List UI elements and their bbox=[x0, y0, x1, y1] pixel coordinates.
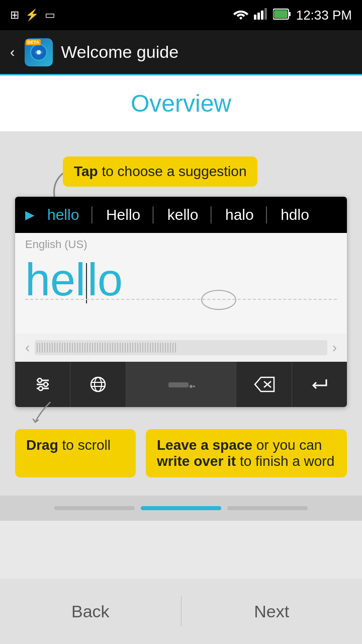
svg-point-15 bbox=[39, 386, 43, 390]
enter-btn[interactable] bbox=[292, 362, 347, 407]
main-content: Tap to choose a suggestion ▶ hello │ Hel… bbox=[0, 131, 362, 496]
suggestion-hello[interactable]: hello bbox=[38, 197, 88, 233]
suggestion-hdlo[interactable]: hdlo bbox=[272, 197, 318, 233]
writing-text-display: hello bbox=[25, 255, 123, 305]
overview-title: Overview bbox=[131, 90, 231, 117]
svg-rect-3 bbox=[261, 11, 263, 20]
signal-icon bbox=[254, 8, 268, 23]
callout-space-bold2: write over it bbox=[157, 453, 236, 469]
drag-arrow-icon bbox=[30, 402, 70, 427]
next-button[interactable]: Next bbox=[182, 579, 363, 644]
delete-btn[interactable] bbox=[236, 362, 292, 407]
keyboard-widget: ▶ hello │ Hello │ kello │ halo │ hdlo En… bbox=[15, 197, 347, 407]
battery-icon bbox=[273, 8, 291, 23]
svg-point-11 bbox=[38, 378, 42, 382]
space-btn[interactable] bbox=[126, 362, 237, 407]
settings-icon bbox=[34, 375, 52, 393]
suggestion-halo[interactable]: halo bbox=[216, 197, 263, 233]
beta-badge: BETA bbox=[26, 39, 41, 45]
svg-rect-6 bbox=[289, 12, 291, 16]
phone-icon: ▭ bbox=[45, 9, 55, 22]
backspace-icon bbox=[253, 376, 275, 392]
bottom-callouts: Drag to scroll Leave a space or you can … bbox=[15, 429, 347, 477]
back-chevron-icon[interactable]: ‹ bbox=[10, 44, 15, 60]
lightning-icon: ⚡ bbox=[25, 9, 39, 22]
callout-space-rest2: to finish a word bbox=[236, 453, 334, 469]
space-circle-annotation bbox=[201, 290, 236, 310]
callout-space: Leave a space or you can write over it t… bbox=[146, 429, 347, 477]
callout-tap-bold: Tap bbox=[74, 164, 98, 179]
globe-icon bbox=[89, 375, 107, 393]
scroll-lines bbox=[35, 340, 327, 355]
app-icon: BETA bbox=[25, 38, 53, 66]
overview-section: Overview bbox=[0, 75, 362, 131]
callout-drag: Drag to scroll bbox=[15, 429, 136, 477]
space-icon bbox=[166, 378, 196, 390]
status-right: 12:33 PM bbox=[233, 8, 352, 23]
progress-dots bbox=[0, 496, 362, 521]
suggestion-arrow-icon: ▶ bbox=[25, 208, 34, 222]
svg-rect-2 bbox=[257, 13, 260, 20]
svg-point-17 bbox=[95, 377, 102, 391]
svg-point-21 bbox=[190, 385, 193, 388]
progress-dot-2 bbox=[141, 506, 221, 510]
svg-point-22 bbox=[193, 385, 195, 387]
status-bar: ⊞ ⚡ ▭ 12:33 PM bbox=[0, 0, 362, 30]
writing-language: English (US) bbox=[25, 238, 337, 251]
keyboard-buttons bbox=[15, 362, 347, 407]
progress-dot-3 bbox=[227, 506, 308, 510]
wifi-icon bbox=[233, 8, 249, 23]
svg-point-0 bbox=[239, 17, 242, 19]
svg-rect-4 bbox=[264, 8, 267, 20]
callout-drag-rest: to scroll bbox=[58, 437, 111, 453]
svg-rect-20 bbox=[168, 382, 189, 387]
scroll-bar-row[interactable]: ‹ bbox=[15, 334, 347, 362]
scroll-right-icon[interactable]: › bbox=[327, 340, 342, 356]
writing-area: English (US) hello bbox=[15, 233, 347, 334]
gallery-icon: ⊞ bbox=[10, 9, 19, 22]
svg-point-13 bbox=[44, 382, 48, 386]
scroll-track[interactable] bbox=[35, 340, 327, 355]
suggestion-kello[interactable]: kello bbox=[158, 197, 208, 233]
app-bar-title: Welcome guide bbox=[61, 42, 178, 62]
svg-point-9 bbox=[37, 50, 41, 54]
callout-space-rest1: or you can bbox=[252, 437, 322, 453]
suggestions-bar: ▶ hello │ Hello │ kello │ halo │ hdlo bbox=[15, 197, 347, 233]
suggestion-Hello[interactable]: Hello bbox=[97, 197, 149, 233]
callout-tap-rest: to choose a suggestion bbox=[98, 164, 247, 179]
settings-btn[interactable] bbox=[15, 362, 70, 407]
status-icons-left: ⊞ ⚡ ▭ bbox=[10, 9, 55, 22]
language-btn[interactable] bbox=[70, 362, 126, 407]
text-cursor bbox=[86, 263, 87, 303]
clock: 12:33 PM bbox=[296, 8, 352, 23]
writing-baseline bbox=[25, 299, 337, 300]
svg-rect-7 bbox=[274, 10, 288, 18]
svg-rect-1 bbox=[254, 15, 256, 20]
callout-space-bold1: Leave a space bbox=[157, 437, 252, 453]
app-bar: ‹ BETA Welcome guide bbox=[0, 30, 362, 75]
progress-dot-1 bbox=[54, 506, 135, 510]
scroll-left-icon[interactable]: ‹ bbox=[20, 340, 35, 356]
enter-icon bbox=[308, 376, 330, 392]
svg-point-16 bbox=[91, 377, 105, 391]
bottom-nav: Back Next bbox=[0, 579, 362, 644]
callout-drag-bold: Drag bbox=[26, 437, 58, 453]
callout-tap: Tap to choose a suggestion bbox=[63, 156, 257, 187]
back-button[interactable]: Back bbox=[0, 579, 181, 644]
